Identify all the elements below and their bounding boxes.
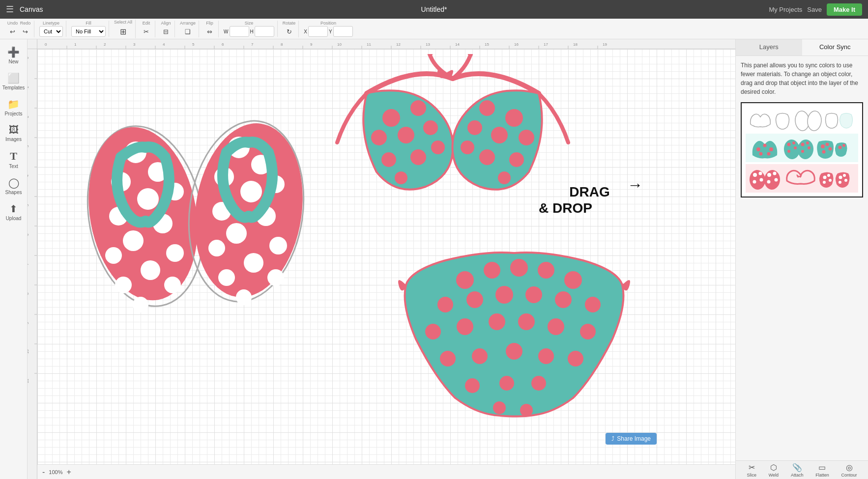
svg-point-94 bbox=[445, 72, 450, 77]
select-all-button[interactable]: ⊞ bbox=[117, 25, 129, 38]
color-sync-preview[interactable] bbox=[741, 102, 863, 197]
svg-point-88 bbox=[269, 237, 287, 254]
svg-text:10: 10 bbox=[337, 42, 342, 47]
sidebar-item-images[interactable]: 🖼 Images bbox=[1, 121, 26, 145]
svg-text:14: 14 bbox=[455, 42, 460, 47]
rotate-button[interactable]: ↻ bbox=[284, 26, 295, 37]
preview-row-pink[interactable] bbox=[746, 164, 858, 193]
weld-tool[interactable]: ⬡ Weld bbox=[769, 463, 779, 478]
preview-row-teal[interactable] bbox=[746, 134, 858, 162]
svg-text:5: 5 bbox=[28, 204, 29, 206]
svg-point-166 bbox=[753, 173, 757, 177]
flip-button[interactable]: ⇔ bbox=[204, 26, 215, 37]
svg-point-122 bbox=[495, 286, 513, 304]
svg-point-93 bbox=[236, 289, 252, 305]
sidebar-label-shapes: Shapes bbox=[5, 190, 22, 195]
svg-point-110 bbox=[479, 149, 495, 165]
size-w-input[interactable] bbox=[230, 26, 249, 37]
sidebar-label-new: New bbox=[8, 59, 18, 64]
save-button[interactable]: Save bbox=[807, 6, 822, 13]
svg-point-144 bbox=[756, 147, 760, 151]
svg-text:7: 7 bbox=[251, 42, 254, 47]
contour-tool[interactable]: ◎ Contour bbox=[841, 463, 857, 478]
share-image-button[interactable]: ⤴ Share Image bbox=[606, 433, 657, 445]
svg-point-92 bbox=[218, 269, 235, 286]
make-it-button[interactable]: Make It bbox=[827, 3, 862, 16]
text-icon: T bbox=[10, 150, 17, 163]
sidebar-item-text[interactable]: T Text bbox=[1, 147, 26, 172]
svg-point-165 bbox=[749, 169, 766, 191]
doc-title: Untitled* bbox=[421, 5, 447, 13]
svg-point-76 bbox=[115, 277, 132, 293]
svg-text:15: 15 bbox=[485, 42, 489, 47]
svg-point-151 bbox=[792, 141, 795, 144]
sidebar-item-upload[interactable]: ⬆ Upload bbox=[1, 200, 26, 224]
arrange-label: Arrange bbox=[180, 21, 196, 26]
svg-point-102 bbox=[431, 141, 445, 154]
ruler-vertical: 0 1 2 3 4 5 6 7 8 9 10 11 bbox=[28, 49, 37, 479]
sidebar-label-templates: Templates bbox=[2, 85, 25, 90]
svg-point-133 bbox=[472, 348, 488, 364]
svg-point-150 bbox=[787, 143, 791, 146]
align-button[interactable]: ⊟ bbox=[160, 26, 172, 37]
fill-select[interactable]: No Fill bbox=[71, 26, 106, 37]
tab-color-sync[interactable]: Color Sync bbox=[802, 39, 868, 56]
flatten-label: Flatten bbox=[815, 473, 829, 478]
svg-point-106 bbox=[519, 130, 534, 145]
sidebar-item-new[interactable]: ➕ New bbox=[1, 43, 26, 67]
svg-point-164 bbox=[842, 144, 845, 147]
flatten-tool[interactable]: ▭ Flatten bbox=[815, 463, 829, 478]
zoom-out-button[interactable]: - bbox=[42, 468, 45, 477]
svg-point-120 bbox=[437, 297, 453, 312]
linetype-select[interactable]: Cut bbox=[39, 26, 63, 37]
svg-point-97 bbox=[371, 130, 387, 145]
sidebar-label-upload: Upload bbox=[6, 216, 22, 221]
undo-button[interactable]: ↩ bbox=[7, 26, 18, 37]
arrange-button[interactable]: ❑ bbox=[182, 26, 194, 37]
sidebar-item-shapes[interactable]: ◯ Shapes bbox=[1, 174, 26, 198]
svg-text:10: 10 bbox=[28, 349, 29, 354]
edit-label: Edit bbox=[143, 21, 150, 26]
upload-icon: ⬆ bbox=[9, 203, 18, 215]
svg-text:0: 0 bbox=[28, 56, 29, 59]
pos-y-input[interactable] bbox=[333, 26, 353, 37]
svg-point-89 bbox=[208, 240, 225, 256]
svg-point-111 bbox=[461, 141, 474, 154]
svg-point-75 bbox=[164, 277, 181, 293]
size-h-input[interactable] bbox=[255, 26, 274, 37]
pos-x-input[interactable] bbox=[308, 26, 328, 37]
tab-layers[interactable]: Layers bbox=[736, 39, 802, 56]
svg-point-170 bbox=[763, 169, 781, 191]
svg-point-161 bbox=[829, 147, 832, 151]
contour-icon: ◎ bbox=[846, 463, 853, 472]
sidebar-item-templates[interactable]: ⬜ Templates bbox=[1, 69, 26, 93]
svg-text:3: 3 bbox=[133, 42, 136, 47]
design-canvas[interactable]: DRAG & DROP → ⤴ Share Image bbox=[37, 49, 735, 464]
flatten-icon: ▭ bbox=[818, 463, 826, 472]
svg-point-147 bbox=[759, 152, 763, 156]
size-h-label: H bbox=[250, 29, 254, 34]
svg-point-131 bbox=[580, 324, 596, 339]
slice-tool[interactable]: ✂ Slice bbox=[747, 463, 756, 478]
svg-text:11: 11 bbox=[28, 379, 29, 383]
svg-point-67 bbox=[137, 188, 159, 210]
pos-x-label: X bbox=[304, 29, 307, 34]
edit-button[interactable]: ✂ bbox=[141, 26, 152, 37]
images-icon: 🖼 bbox=[9, 124, 19, 136]
new-icon: ➕ bbox=[7, 46, 20, 58]
bikini-bottom-design bbox=[396, 241, 632, 423]
attach-tool[interactable]: 📎 Attach bbox=[791, 463, 804, 478]
svg-point-137 bbox=[465, 378, 480, 393]
svg-point-101 bbox=[410, 149, 426, 165]
svg-point-140 bbox=[493, 401, 506, 414]
flip-label: Flip bbox=[206, 21, 213, 26]
svg-text:2: 2 bbox=[28, 115, 29, 118]
weld-icon: ⬡ bbox=[770, 463, 777, 472]
redo-button[interactable]: ↪ bbox=[20, 26, 31, 37]
svg-point-130 bbox=[548, 318, 564, 335]
sidebar-item-projects[interactable]: 📁 Projects bbox=[1, 95, 26, 119]
menu-icon[interactable]: ☰ bbox=[6, 4, 14, 15]
svg-point-136 bbox=[568, 351, 583, 366]
my-projects-link[interactable]: My Projects bbox=[769, 6, 802, 13]
zoom-in-button[interactable]: + bbox=[66, 468, 71, 477]
